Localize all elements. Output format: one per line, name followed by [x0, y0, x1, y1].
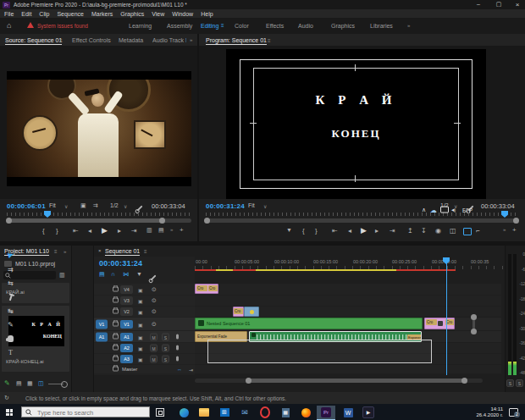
program-add-button[interactable]: +: [512, 226, 517, 234]
timeline-settings-wrench-icon[interactable]: [150, 274, 157, 279]
menu-help[interactable]: Help: [201, 11, 213, 17]
adjustment-clip-v2[interactable]: [244, 307, 259, 317]
project-zoom-handle[interactable]: [61, 381, 68, 388]
track-name-v3[interactable]: V3: [120, 296, 133, 305]
menu-markers[interactable]: Markers: [91, 11, 113, 17]
track-output-eye-icon[interactable]: ⊙: [152, 321, 157, 328]
menu-sequence[interactable]: Sequence: [57, 11, 84, 17]
project-panel-menu-icon[interactable]: ≡: [54, 249, 58, 254]
handle-bottom[interactable]: [355, 175, 356, 182]
source-add-button[interactable]: +: [180, 226, 184, 234]
transition-cross-dissolve[interactable]: Cro: [234, 308, 244, 314]
source-resolution-chevron-icon[interactable]: ∨: [124, 203, 127, 209]
track-lock-icon[interactable]: [113, 309, 119, 315]
source-patch-a1[interactable]: A1: [96, 332, 108, 341]
file-explorer-icon[interactable]: [195, 406, 213, 419]
workspace-libraries[interactable]: Libraries: [370, 23, 393, 29]
program-scrollbar-right-handle[interactable]: [513, 218, 519, 224]
drag-audio-icon[interactable]: ⇉: [93, 202, 98, 209]
menu-graphics[interactable]: Graphics: [120, 11, 144, 17]
timeline-panel-menu-icon[interactable]: ≡: [144, 249, 147, 254]
track-output-eye-icon[interactable]: ⊙: [152, 308, 157, 315]
tab-sequence[interactable]: Sequence 01: [105, 248, 140, 256]
track-name-v4[interactable]: V4: [120, 285, 133, 294]
source-resolution-select[interactable]: 1/2: [110, 202, 119, 208]
source-zoom-chevron-icon[interactable]: ∨: [64, 203, 68, 209]
program-zoom-chevron-icon[interactable]: ∨: [263, 203, 267, 209]
track-lock-icon[interactable]: [113, 345, 119, 351]
tab-source[interactable]: Source: Sequence 01: [5, 37, 62, 45]
source-patch-v1[interactable]: V1: [96, 319, 108, 329]
track-lock-icon[interactable]: [113, 367, 119, 373]
solo-button[interactable]: S: [162, 345, 169, 352]
project-tab-overflow-icon[interactable]: »: [64, 249, 66, 254]
razor-tool[interactable]: [0, 294, 21, 302]
program-transport-overflow-icon[interactable]: »: [503, 227, 506, 232]
workspace-editing[interactable]: Editing: [201, 23, 218, 29]
graphic-clip-v1-end[interactable]: Cro Cro: [424, 318, 455, 329]
status-refresh-icon[interactable]: ↻: [4, 395, 9, 401]
program-play-button[interactable]: ▶: [361, 226, 367, 235]
hand-tool[interactable]: [0, 335, 21, 344]
tray-clock[interactable]: 14:11 26.4.2020 г.: [474, 406, 503, 418]
snap-icon[interactable]: ∩: [111, 271, 115, 277]
workspace-color[interactable]: Color: [235, 23, 249, 29]
maximize-button[interactable]: ▢: [491, 1, 506, 8]
transition-cross-dissolve[interactable]: Cro: [208, 285, 218, 291]
program-zoom-select[interactable]: Fit: [248, 202, 255, 208]
track-output-eye-icon[interactable]: ⊙: [152, 286, 157, 293]
step-forward-button[interactable]: ▸: [118, 227, 121, 235]
tray-chevron-icon[interactable]: ∧: [422, 207, 426, 213]
safe-margins-button[interactable]: [463, 228, 472, 235]
automate-to-sequence-icon[interactable]: ◫: [38, 380, 44, 387]
sync-lock-icon[interactable]: ▣: [138, 286, 143, 292]
mute-button[interactable]: M: [150, 333, 158, 340]
mark-in-button[interactable]: {: [42, 227, 45, 235]
timeline-add-marker-icon[interactable]: ▼: [136, 271, 142, 277]
mute-button[interactable]: M: [150, 345, 158, 352]
track-lock-icon[interactable]: [113, 334, 119, 340]
tab-audio-track-mixer[interactable]: Audio Track Mix: [152, 37, 186, 43]
linked-selection-icon[interactable]: ⋈: [123, 271, 129, 278]
timeline-playhead-line[interactable]: [446, 263, 447, 375]
menu-window[interactable]: Window: [172, 11, 193, 17]
microsoft-store-icon[interactable]: ⊞: [215, 406, 234, 419]
program-scrollbar[interactable]: [206, 218, 518, 223]
source-zoom-select[interactable]: Fit: [49, 202, 56, 208]
master-end-icon[interactable]: ⇥: [189, 367, 193, 373]
program-step-forward-button[interactable]: ▸: [375, 227, 379, 235]
transform-handles-rect[interactable]: [253, 68, 459, 180]
track-name-v1[interactable]: V1: [120, 320, 133, 329]
premiere-pro-icon[interactable]: Pr: [317, 406, 335, 420]
timeline-ruler[interactable]: 00:00 00:00:05:00 00:00:10:00 00:00:15:0…: [195, 257, 505, 269]
voiceover-mic-icon[interactable]: [176, 356, 179, 362]
calculator-icon[interactable]: ▦: [276, 406, 295, 419]
sync-lock-icon[interactable]: ▣: [138, 298, 143, 304]
program-timecode[interactable]: 00:00:31:24: [206, 202, 245, 210]
ripple-edit-tool[interactable]: ⇆: [0, 279, 21, 287]
graphic-clip-v4[interactable]: Cro Cro: [195, 284, 218, 294]
go-to-in-button[interactable]: ⇤: [73, 227, 79, 235]
timeline-v-bottom-handle[interactable]: [471, 329, 477, 334]
source-panel-menu-icon[interactable]: ≡: [59, 38, 63, 43]
source-scrollbar-right-handle[interactable]: [159, 218, 165, 224]
source-scrollbar-left-handle[interactable]: [6, 218, 12, 224]
language-indicator[interactable]: БГР: [462, 207, 472, 213]
track-name-v2[interactable]: V2: [120, 307, 133, 316]
nest-toggle-icon[interactable]: ▤: [99, 271, 105, 278]
workspace-learning[interactable]: Learning: [129, 23, 152, 29]
timeline-h-left-handle[interactable]: [246, 378, 251, 384]
program-go-to-out-button[interactable]: ⇥: [390, 227, 395, 235]
nested-sequence-clip[interactable]: Nested Sequence 01: [195, 318, 423, 329]
meter-solo-right[interactable]: S: [516, 379, 523, 387]
workspace-assembly[interactable]: Assembly: [167, 23, 192, 29]
home-icon[interactable]: ⌂: [7, 21, 11, 30]
sync-lock-icon[interactable]: ▣: [138, 309, 143, 315]
menu-clip[interactable]: Clip: [39, 11, 49, 17]
track-name-a1[interactable]: A1: [120, 333, 133, 341]
program-go-to-in-button[interactable]: ⇤: [332, 227, 338, 235]
extract-button[interactable]: ↧: [421, 227, 427, 235]
workspace-graphics[interactable]: Graphics: [331, 23, 355, 29]
add-marker-button[interactable]: ▼: [286, 227, 292, 233]
minimize-button[interactable]: –: [471, 1, 486, 7]
